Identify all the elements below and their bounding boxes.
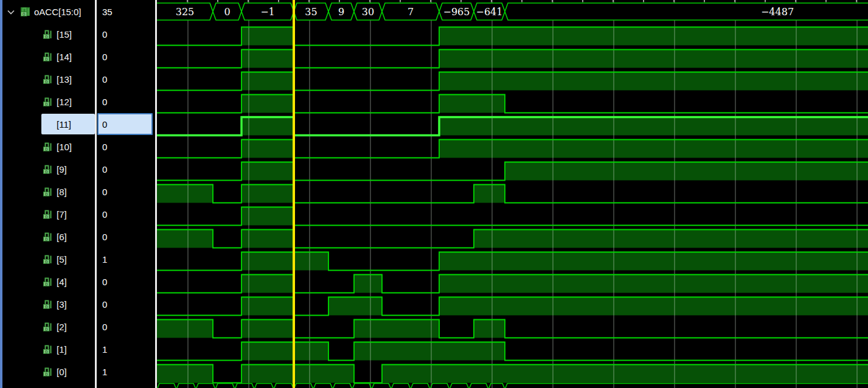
bus-value-text: 0 xyxy=(224,6,230,18)
signal-row-bit[interactable]: 0[11] xyxy=(2,113,95,136)
signal-value-cell[interactable]: 0 xyxy=(97,23,155,46)
signal-value-label: 0 xyxy=(97,187,107,197)
bit-wave-icon: 0 xyxy=(43,209,54,220)
signal-value-cell[interactable]: 1 xyxy=(97,361,155,383)
signal-type-icon-box: 0 xyxy=(43,187,55,198)
signal-value-cell[interactable]: 0 xyxy=(97,91,155,113)
signal-value-cell[interactable]: 1 xyxy=(97,248,155,271)
tree-expand-toggle[interactable] xyxy=(2,7,19,17)
signal-type-icon-box: 0 xyxy=(43,52,55,63)
signal-name-label: [3] xyxy=(57,299,67,310)
signal-value-label: 0 xyxy=(97,52,107,62)
bit-wave-icon: 0 xyxy=(43,29,54,40)
signal-row-bit[interactable]: 0[4] xyxy=(2,271,95,293)
signal-name-label: [9] xyxy=(57,164,67,175)
bus-waveform[interactable]: 3250−1359307−965−641−4487 xyxy=(157,3,868,20)
bit-wave-icon: 0 xyxy=(43,97,54,107)
signal-row-bit[interactable]: 0[15] xyxy=(2,23,95,46)
svg-text:0: 0 xyxy=(45,57,47,62)
signal-value-cell[interactable]: 1 xyxy=(97,338,155,361)
waveform-panel[interactable]: 3250−1359307−965−641−4487 xyxy=(157,0,868,388)
signal-name-label: [11] xyxy=(57,119,71,130)
bottom-partial-waveform xyxy=(157,384,868,388)
signal-name-label: [4] xyxy=(57,277,67,287)
bit-wave-icon: 0 xyxy=(43,344,54,355)
signal-type-icon-box: 0 xyxy=(43,232,55,243)
signal-type-icon-box: 0 xyxy=(43,367,55,378)
signal-name-panel: 0oACC[15:0] 0[15] 0[14] 0[13] 0[12] 0[11… xyxy=(2,0,95,388)
signal-value-label: 1 xyxy=(97,344,107,355)
signal-row-bit[interactable]: 0[12] xyxy=(2,91,95,113)
signal-value-rows: 350000000000100011 xyxy=(97,1,155,383)
signal-row-bit[interactable]: 0[10] xyxy=(2,136,95,158)
signal-row-bit[interactable]: 0[3] xyxy=(2,293,95,316)
signal-type-icon-box: 0 xyxy=(20,7,32,18)
svg-text:0: 0 xyxy=(45,327,47,332)
bus-value-text: 30 xyxy=(362,6,374,18)
signal-name-label: [2] xyxy=(57,322,67,332)
signal-value-label: 0 xyxy=(97,232,107,242)
svg-text:0: 0 xyxy=(45,282,47,287)
bit-wave-icon: 0 xyxy=(43,367,54,377)
svg-text:0: 0 xyxy=(45,372,47,377)
signal-row-bit[interactable]: 0[8] xyxy=(2,181,95,203)
ruler-ticks xyxy=(187,0,856,2)
bit-wave-icon: 0 xyxy=(43,254,54,265)
signal-name-label: [1] xyxy=(57,344,67,355)
bit-wave-icon: 0 xyxy=(43,322,54,332)
signal-row-bit[interactable]: 0[2] xyxy=(2,316,95,338)
signal-name-label: [12] xyxy=(57,97,72,107)
signal-value-cell[interactable]: 0 xyxy=(97,46,155,68)
bit-wave-icon: 0 xyxy=(43,74,54,85)
signal-type-icon-box: 0 xyxy=(43,29,55,40)
signal-type-icon-box: 0 xyxy=(43,344,55,355)
signal-value-cell[interactable]: 0 xyxy=(97,203,155,226)
svg-text:0: 0 xyxy=(45,350,47,355)
signal-value-cell[interactable]: 0 xyxy=(97,181,155,203)
signal-value-label: 0 xyxy=(97,277,107,287)
signal-value-label: 0 xyxy=(97,142,107,152)
chevron-down-icon[interactable] xyxy=(6,7,16,17)
signal-row-bit[interactable]: 0[13] xyxy=(2,68,95,91)
signal-value-cell[interactable]: 0 xyxy=(97,293,155,316)
bus-value-text: −4487 xyxy=(761,6,794,18)
signal-value-label: 0 xyxy=(97,29,107,40)
signal-name-label: [13] xyxy=(57,74,72,85)
signal-value-label: 0 xyxy=(97,74,107,85)
signal-row-bit[interactable]: 0[6] xyxy=(2,226,95,248)
signal-row-bit[interactable]: 0[5] xyxy=(2,248,95,271)
signal-value-cell[interactable]: 0 xyxy=(97,136,155,158)
svg-text:0: 0 xyxy=(45,80,47,85)
signal-value-label: 0 xyxy=(97,97,107,107)
signal-value-label: 0 xyxy=(97,164,107,175)
signal-row-bit[interactable]: 0[9] xyxy=(2,158,95,181)
signal-value-cell[interactable]: 0 xyxy=(97,226,155,248)
signal-value-cell[interactable]: 0 xyxy=(97,158,155,181)
bit-wave-icon: 0 xyxy=(43,164,54,175)
signal-name-label: [14] xyxy=(57,52,72,62)
signal-name-label: [10] xyxy=(57,142,72,152)
signal-value-panel: 350000000000100011 xyxy=(97,0,155,388)
bit-high-fills xyxy=(157,27,868,383)
signal-type-icon-box: 0 xyxy=(43,209,55,220)
bus-value-segment[interactable] xyxy=(505,3,868,20)
signal-row-bit[interactable]: 0[7] xyxy=(2,203,95,226)
signal-value-label: 35 xyxy=(97,7,113,17)
signal-value-cell[interactable]: 0 xyxy=(97,316,155,338)
signal-type-icon-box: 0 xyxy=(43,142,55,153)
signal-type-icon-box: 0 xyxy=(43,74,55,85)
svg-text:0: 0 xyxy=(45,192,47,197)
signal-row-bit[interactable]: 0[14] xyxy=(2,46,95,68)
signal-value-cell[interactable]: 0 xyxy=(97,68,155,91)
signal-row-bit[interactable]: 0[1] xyxy=(2,338,95,361)
signal-value-label: 0 xyxy=(97,299,107,310)
signal-row-bit[interactable]: 0[0] xyxy=(2,361,95,383)
waveform-canvas[interactable]: 3250−1359307−965−641−4487 xyxy=(157,0,868,388)
signal-value-cell[interactable]: 0 xyxy=(97,113,155,136)
timeline-cursor[interactable] xyxy=(293,0,295,388)
svg-text:0: 0 xyxy=(45,147,47,152)
waveform-viewer: 0oACC[15:0] 0[15] 0[14] 0[13] 0[12] 0[11… xyxy=(0,0,868,388)
signal-row-bus[interactable]: 0oACC[15:0] xyxy=(2,1,95,23)
signal-value-cell[interactable]: 0 xyxy=(97,271,155,293)
signal-value-cell[interactable]: 35 xyxy=(97,1,155,23)
